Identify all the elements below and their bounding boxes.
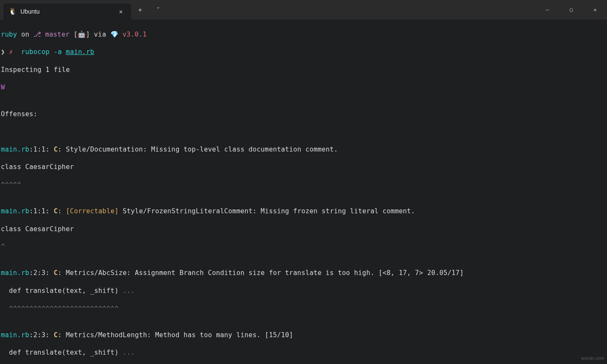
- output-inspecting: Inspecting 1 file: [1, 66, 607, 75]
- robot-icon: 🤖: [78, 31, 86, 38]
- offense-4: main.rb:2:3: C: Metrics/MethodLength: Me…: [1, 331, 607, 340]
- titlebar: 🐧 Ubuntu ✕ + ˅ — ▢ ✕: [0, 0, 607, 20]
- diamond-icon: 💎: [110, 31, 118, 38]
- offense-3: main.rb:2:3: C: Metrics/AbcSize: Assignm…: [1, 269, 607, 278]
- tab-title: Ubuntu: [20, 8, 112, 16]
- close-button[interactable]: ✕: [583, 0, 607, 20]
- tux-icon: 🐧: [9, 8, 16, 15]
- terminal-output[interactable]: ruby on ⎇ master [🤖] via 💎 v3.0.1 ❯ ✗ ru…: [0, 20, 607, 364]
- offense-2: main.rb:1:1: C: [Correctable] Style/Froz…: [1, 207, 607, 216]
- cross-icon: ✗: [9, 48, 13, 56]
- tab-ubuntu[interactable]: 🐧 Ubuntu ✕: [3, 3, 131, 20]
- watermark: wsxdn.com: [581, 355, 604, 361]
- window-controls: — ▢ ✕: [535, 0, 607, 20]
- minimize-button[interactable]: —: [535, 0, 559, 20]
- tab-close-button[interactable]: ✕: [117, 7, 125, 17]
- prompt-line: ruby on ⎇ master [🤖] via 💎 v3.0.1: [1, 30, 607, 39]
- offense-1: main.rb:1:1: C: Style/Documentation: Mis…: [1, 145, 607, 154]
- offenses-header: Offenses:: [1, 110, 607, 119]
- new-tab-button[interactable]: +: [131, 1, 149, 19]
- tab-dropdown-button[interactable]: ˅: [149, 1, 167, 19]
- branch-icon: ⎇: [33, 31, 41, 38]
- maximize-button[interactable]: ▢: [559, 0, 583, 20]
- shell-icon: ❯: [1, 48, 5, 56]
- command-line: ❯ ✗ rubocop -a main.rb: [1, 48, 607, 57]
- output-status-w: W: [1, 83, 607, 92]
